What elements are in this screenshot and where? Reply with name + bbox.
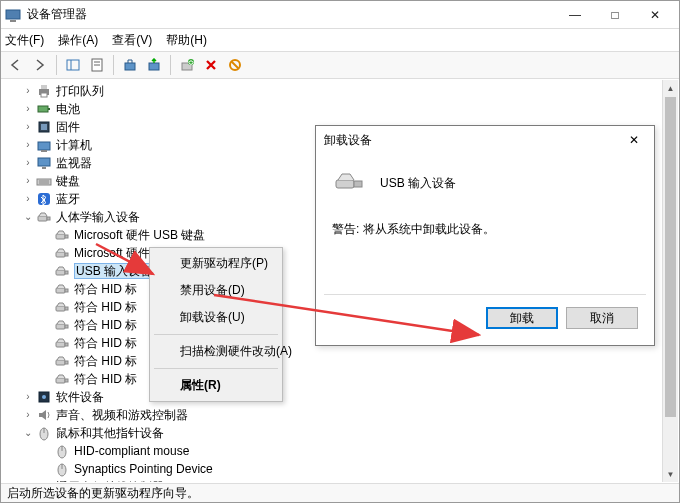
tree-node-label: 鼠标和其他指针设备 — [56, 424, 164, 442]
svg-rect-14 — [41, 85, 47, 89]
tree-node[interactable]: ›软件设备 — [6, 388, 678, 406]
statusbar: 启动所选设备的更新驱动程序向导。 — [1, 483, 679, 502]
expand-toggle[interactable]: ⌄ — [22, 424, 34, 442]
svg-rect-44 — [56, 360, 65, 365]
context-menu-item[interactable]: 属性(R) — [152, 372, 280, 399]
tree-node-label: 计算机 — [56, 136, 92, 154]
svg-rect-47 — [65, 379, 68, 382]
svg-line-12 — [232, 62, 239, 69]
menu-view[interactable]: 查看(V) — [112, 32, 152, 49]
expand-toggle: › — [22, 190, 34, 208]
menu-help[interactable]: 帮助(H) — [166, 32, 207, 49]
tree-node-label: Synaptics Pointing Device — [74, 460, 213, 478]
properties-button[interactable] — [86, 54, 108, 76]
scroll-thumb[interactable] — [665, 97, 676, 417]
scroll-up-button[interactable]: ▲ — [663, 80, 678, 96]
firmware-icon — [36, 119, 52, 135]
scan-hardware-button[interactable] — [119, 54, 141, 76]
tree-node-label: 符合 HID 标 — [74, 352, 137, 370]
tree-node[interactable]: ⌄鼠标和其他指针设备 — [6, 424, 678, 442]
context-menu-item[interactable]: 扫描检测硬件改动(A) — [152, 338, 280, 365]
expand-toggle[interactable]: ⌄ — [22, 208, 34, 226]
menubar: 文件(F) 操作(A) 查看(V) 帮助(H) — [1, 29, 679, 51]
mouse-device-icon — [54, 443, 70, 459]
cancel-button[interactable]: 取消 — [566, 307, 638, 329]
dialog-body: USB 输入设备 警告: 将从系统中卸载此设备。 卸载 取消 — [316, 154, 654, 345]
tree-node-label: HID-compliant mouse — [74, 442, 189, 460]
dialog-close-button[interactable]: ✕ — [622, 133, 646, 147]
tree-node-label: 符合 HID 标 — [74, 370, 137, 388]
tree-node-label: 键盘 — [56, 172, 80, 190]
tree-node[interactable]: ›电池 — [6, 100, 678, 118]
usb-icon — [36, 479, 52, 482]
context-menu-item[interactable]: 禁用设备(D) — [152, 277, 280, 304]
expand-toggle: › — [22, 118, 34, 136]
minimize-button[interactable]: — — [555, 3, 595, 27]
tree-node-label: 蓝牙 — [56, 190, 80, 208]
tree-node[interactable]: Synaptics Pointing Device — [6, 460, 678, 478]
svg-rect-66 — [354, 181, 362, 187]
uninstall-device-button[interactable] — [200, 54, 222, 76]
svg-rect-35 — [65, 271, 68, 274]
toolbar — [1, 51, 679, 79]
svg-rect-17 — [48, 108, 50, 110]
close-button[interactable]: ✕ — [635, 3, 675, 27]
tree-node-label: 通用串行总线控制器 — [56, 478, 164, 482]
tree-node[interactable]: 符合 HID 标 — [6, 370, 678, 388]
svg-rect-2 — [67, 60, 79, 70]
tree-node[interactable]: ›打印队列 — [6, 82, 678, 100]
menu-action[interactable]: 操作(A) — [58, 32, 98, 49]
svg-rect-41 — [65, 325, 68, 328]
tree-node[interactable]: ›声音、视频和游戏控制器 — [6, 406, 678, 424]
tree-node[interactable]: ›通用串行总线控制器 — [6, 478, 678, 482]
uninstall-dialog: 卸载设备 ✕ USB 输入设备 警告: 将从系统中卸载此设备。 卸载 取消 — [315, 125, 655, 346]
svg-rect-40 — [56, 324, 65, 329]
keyboard-icon — [36, 173, 52, 189]
hid-device-icon — [54, 263, 70, 279]
svg-rect-43 — [65, 343, 68, 346]
context-menu-item[interactable]: 卸载设备(U) — [152, 304, 280, 331]
vertical-scrollbar[interactable]: ▲ ▼ — [662, 80, 678, 482]
svg-rect-22 — [38, 158, 50, 166]
tree-node-label: Microsoft 硬件 USB 键盘 — [74, 226, 205, 244]
hid-device-icon — [54, 281, 70, 297]
svg-rect-30 — [56, 234, 65, 239]
dialog-button-row: 卸载 取消 — [324, 294, 646, 337]
tree-node-label: 监视器 — [56, 154, 92, 172]
context-menu-item[interactable]: 更新驱动程序(P) — [152, 250, 280, 277]
dialog-device-row: USB 输入设备 — [332, 170, 638, 197]
tree-node[interactable]: 符合 HID 标 — [6, 352, 678, 370]
show-hide-button[interactable] — [62, 54, 84, 76]
sound-icon — [36, 407, 52, 423]
tree-node-label: 电池 — [56, 100, 80, 118]
processor-icon — [36, 137, 52, 153]
menu-file[interactable]: 文件(F) — [5, 32, 44, 49]
expand-toggle: › — [22, 406, 34, 424]
dialog-warning-text: 警告: 将从系统中卸载此设备。 — [332, 221, 638, 238]
software-device-icon — [36, 389, 52, 405]
svg-rect-65 — [336, 180, 354, 188]
printer-icon — [36, 83, 52, 99]
scroll-down-button[interactable]: ▼ — [663, 466, 678, 482]
hid-device-icon — [54, 335, 70, 351]
window-controls: — □ ✕ — [555, 3, 675, 27]
uninstall-button[interactable]: 卸载 — [486, 307, 558, 329]
expand-toggle: › — [22, 100, 34, 118]
menu-separator — [154, 334, 278, 335]
disable-device-button[interactable] — [224, 54, 246, 76]
tree-node[interactable]: HID-compliant mouse — [6, 442, 678, 460]
svg-rect-23 — [42, 167, 46, 169]
svg-rect-20 — [38, 142, 50, 150]
battery-icon — [36, 101, 52, 117]
update-driver-button[interactable] — [143, 54, 165, 76]
device-manager-window: 设备管理器 — □ ✕ 文件(F) 操作(A) 查看(V) 帮助(H) ›打印队… — [0, 0, 680, 503]
hid-device-icon — [54, 245, 70, 261]
forward-button[interactable] — [29, 54, 51, 76]
hid-device-icon — [54, 317, 70, 333]
window-title: 设备管理器 — [27, 6, 555, 23]
maximize-button[interactable]: □ — [595, 3, 635, 27]
hid-device-icon — [54, 353, 70, 369]
hid-icon — [36, 209, 52, 225]
enable-device-button[interactable] — [176, 54, 198, 76]
back-button[interactable] — [5, 54, 27, 76]
